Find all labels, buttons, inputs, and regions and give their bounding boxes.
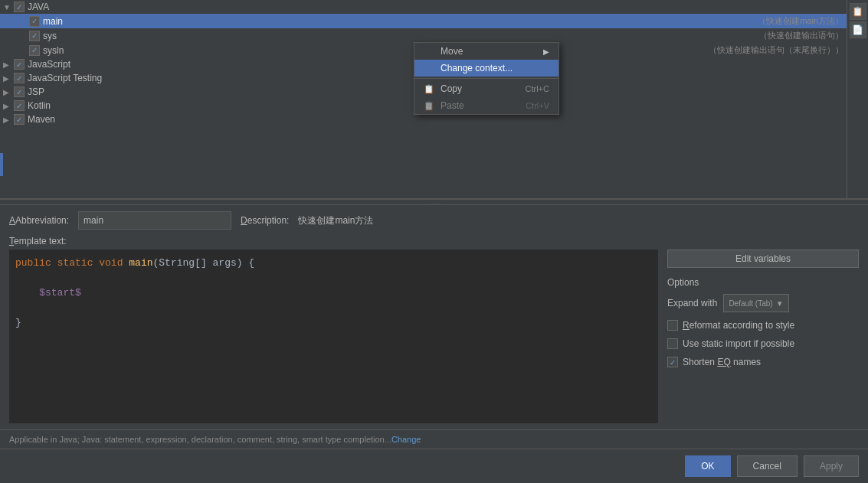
code-line-4 <box>15 301 652 316</box>
sublabel-sysln: （快速创建输出语句（末尾换行）） <box>709 44 843 56</box>
check-javascript-testing[interactable] <box>14 73 25 83</box>
checkbox-shorten-eq-label: Shorten EQ names <box>683 357 761 367</box>
ctx-separator <box>414 78 558 79</box>
label-sys: sys <box>43 31 756 41</box>
edit-area: AAbbreviation: Description: 快速创建main方法 T… <box>0 205 868 429</box>
check-maven[interactable] <box>14 114 25 125</box>
ok-button[interactable]: OK <box>685 455 730 477</box>
check-main[interactable] <box>29 16 40 27</box>
arrow-java: ▼ <box>3 3 14 11</box>
right-sidebar: 📋 📄 <box>847 0 868 198</box>
code-line-1: public static void main(String[] args) { <box>15 256 652 271</box>
checkbox-reformat-label: Reformat according to style <box>683 320 794 331</box>
label-java: JAVA <box>28 2 843 12</box>
context-menu: Move ▶ Change context... 📋 Copy Ctrl+C 📋… <box>414 42 559 115</box>
ctx-paste-shortcut: Ctrl+V <box>526 101 549 110</box>
ctx-copy-icon: 📋 <box>424 84 436 94</box>
ctx-paste-icon: 📋 <box>424 101 436 111</box>
expand-value: Default (Tab) <box>729 299 772 308</box>
apply-button[interactable]: Apply <box>804 455 859 477</box>
expand-row: Expand with Default (Tab) ▼ <box>667 294 859 312</box>
ctx-copy-shortcut: Ctrl+C <box>526 84 549 93</box>
checkbox-static-import[interactable] <box>667 338 678 349</box>
ctx-move-label: Move <box>441 46 463 57</box>
checkbox-shorten-eq-row: Shorten EQ names <box>667 357 859 367</box>
abbreviation-label: AAbbreviation: <box>9 215 69 226</box>
code-line-2 <box>15 271 652 286</box>
applicable-change-link[interactable]: Change <box>391 435 421 444</box>
doc-icon-sidebar[interactable]: 📄 <box>850 21 866 38</box>
arrow-maven: ▶ <box>3 116 14 124</box>
arrow-jsp: ▶ <box>3 88 14 96</box>
checkbox-reformat[interactable] <box>667 320 678 331</box>
check-java[interactable] <box>14 2 25 12</box>
description-value: 快速创建main方法 <box>298 214 373 227</box>
code-line-5: } <box>15 315 652 331</box>
check-sysln[interactable] <box>29 45 40 56</box>
cancel-button[interactable]: Cancel <box>737 455 798 477</box>
sublabel-main: （快速创建main方法） <box>758 15 843 27</box>
sublabel-sys: （快速创建输出语句） <box>759 30 843 41</box>
check-jsp[interactable] <box>14 86 25 97</box>
button-row: OK Cancel Apply <box>0 449 868 483</box>
check-javascript[interactable] <box>14 59 25 70</box>
copy-icon-sidebar[interactable]: 📋 <box>850 3 866 20</box>
label-sysln: sysln <box>43 45 706 56</box>
applicable-text: Applicable in Java; Java: statement, exp… <box>9 435 391 444</box>
dialog: 📋 📄 ▼ JAVA main （快速创建main方法） sys <box>0 0 868 483</box>
options-title: Options <box>667 277 859 288</box>
tree-item-sys[interactable]: sys （快速创建输出语句） <box>0 28 847 43</box>
content-row: public static void main(String[] args) {… <box>9 250 859 423</box>
ctx-item-copy[interactable]: 📋 Copy Ctrl+C <box>414 80 558 97</box>
expand-dropdown[interactable]: Default (Tab) ▼ <box>723 294 788 312</box>
checkbox-static-import-label: Use static import if possible <box>683 338 794 349</box>
dropdown-arrow-icon: ▼ <box>776 299 784 308</box>
arrow-kotlin: ▶ <box>3 102 14 110</box>
tree-item-java[interactable]: ▼ JAVA <box>0 0 847 14</box>
label-main: main <box>43 16 755 27</box>
ctx-item-move[interactable]: Move ▶ <box>414 43 558 60</box>
ctx-paste-label: Paste <box>441 100 464 111</box>
check-sys[interactable] <box>29 31 40 41</box>
checkbox-shorten-eq[interactable] <box>667 357 678 367</box>
options-panel: Edit variables Options Expand with Defau… <box>667 250 859 423</box>
arrow-javascript-testing: ▶ <box>3 74 14 83</box>
tree-item-main[interactable]: main （快速创建main方法） <box>0 14 847 28</box>
abbreviation-input[interactable] <box>78 211 231 230</box>
code-editor[interactable]: public static void main(String[] args) {… <box>9 250 658 423</box>
ctx-copy-label: Copy <box>441 83 462 94</box>
checkbox-reformat-row: Reformat according to style <box>667 320 859 331</box>
abbreviation-row: AAbbreviation: Description: 快速创建main方法 <box>9 211 859 230</box>
template-label: Template text: <box>9 236 859 246</box>
resize-separator[interactable]: ..... <box>0 199 868 205</box>
applicable-bar: Applicable in Java; Java: statement, exp… <box>0 429 868 449</box>
code-line-3: $start$ <box>15 286 652 301</box>
arrow-javascript: ▶ <box>3 60 14 69</box>
description-label: Description: <box>241 215 289 226</box>
checkbox-static-import-row: Use static import if possible <box>667 338 859 349</box>
edit-variables-button[interactable]: Edit variables <box>667 250 859 268</box>
ctx-move-arrow: ▶ <box>543 47 549 56</box>
check-kotlin[interactable] <box>14 100 25 111</box>
ctx-change-label: Change context... <box>441 63 513 73</box>
left-indicator-bar <box>0 153 3 176</box>
expand-label: Expand with <box>667 298 717 308</box>
ctx-item-change-context[interactable]: Change context... <box>414 60 558 77</box>
label-maven: Maven <box>28 114 843 125</box>
ctx-item-paste[interactable]: 📋 Paste Ctrl+V <box>414 97 558 114</box>
